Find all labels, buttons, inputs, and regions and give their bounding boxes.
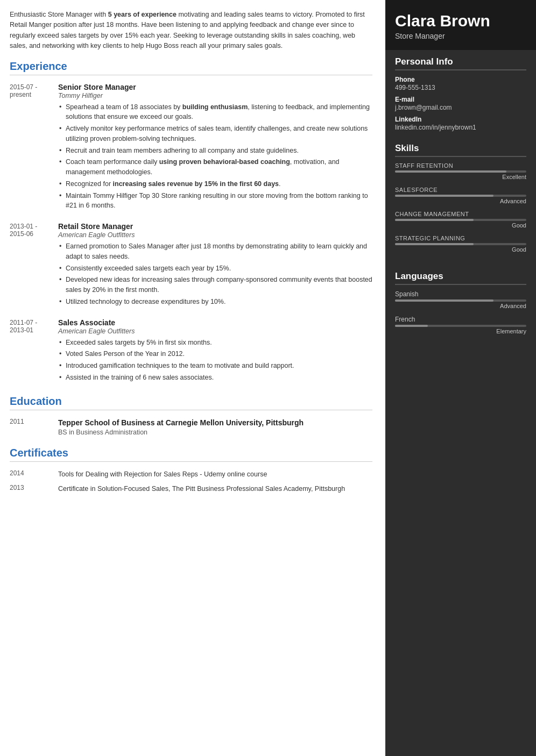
main-content: Enthusiastic Store Manager with 5 years … xyxy=(0,0,385,756)
skill-level: Excellent xyxy=(395,174,526,180)
lang-french: French Elementary xyxy=(395,316,526,334)
linkedin-label: LinkedIn xyxy=(395,116,526,123)
company-2: American Eagle Outfitters xyxy=(58,231,372,239)
certificates-section: Certificates 2014 Tools for Dealing with… xyxy=(10,447,372,493)
skill-level: Good xyxy=(395,222,526,229)
bullets-2: Earned promotion to Sales Manager after … xyxy=(58,241,372,307)
lang-level: Advanced xyxy=(395,303,526,309)
skills-title: Skills xyxy=(395,143,526,157)
entry-body-3: Sales Associate American Eagle Outfitter… xyxy=(58,318,372,384)
lang-bar-bg xyxy=(395,325,526,327)
bullet-item: Maintain Tommy Hilfiger Top 30 Store ran… xyxy=(58,191,372,211)
job-title-2: Retail Store Manager xyxy=(58,222,372,231)
skill-bar-bg xyxy=(395,219,526,221)
phone-label: Phone xyxy=(395,76,526,83)
skill-bar-bg xyxy=(395,195,526,197)
bullets-1: Spearhead a team of 18 associates by bui… xyxy=(58,102,372,211)
experience-entry-1: 2015-07 -present Senior Store Manager To… xyxy=(10,83,372,213)
cert-entry-2: 2013 Certificate in Solution-Focused Sal… xyxy=(10,484,372,494)
skill-bar-fill xyxy=(395,195,493,197)
bullet-item: Exceeded sales targets by 5% in first si… xyxy=(58,338,372,348)
bullet-item: Voted Sales Person of the Year in 2012. xyxy=(58,349,372,359)
skill-change-management: CHANGE MANAGEMENT Good xyxy=(395,211,526,229)
lang-bar-fill xyxy=(395,325,428,327)
edu-body-1: Tepper School of Business at Carnegie Me… xyxy=(58,418,304,437)
experience-entry-3: 2011-07 -2013-01 Sales Associate America… xyxy=(10,318,372,384)
skill-bar-fill xyxy=(395,170,506,173)
bullet-item: Actively monitor key performance metrics… xyxy=(58,124,372,144)
skill-salesforce: SALESFORCE Advanced xyxy=(395,187,526,204)
cert-date-1: 2014 xyxy=(10,469,58,479)
experience-section: Experience 2015-07 -present Senior Store… xyxy=(10,60,372,384)
email-value: j.brown@gmail.com xyxy=(395,104,526,111)
edu-school-1: Tepper School of Business at Carnegie Me… xyxy=(58,418,304,428)
bullet-item: Coach team performance daily using prove… xyxy=(58,157,372,177)
company-1: Tommy Hilfiger xyxy=(58,92,372,99)
summary-text: Enthusiastic Store Manager with 5 years … xyxy=(10,10,372,52)
bullet-item: Assisted in the training of 6 new sales … xyxy=(58,373,372,383)
bullets-3: Exceeded sales targets by 5% in first si… xyxy=(58,338,372,383)
skill-name: STAFF RETENTION xyxy=(395,162,526,169)
skill-bar-bg xyxy=(395,243,526,245)
skill-name: CHANGE MANAGEMENT xyxy=(395,211,526,217)
languages-section: Languages Spanish Advanced French Elemen… xyxy=(385,265,536,346)
experience-entry-2: 2013-01 -2015-06 Retail Store Manager Am… xyxy=(10,222,372,309)
edu-degree-1: BS in Business Administration xyxy=(58,429,304,436)
cert-entry-1: 2014 Tools for Dealing with Rejection fo… xyxy=(10,469,372,479)
bullet-item: Consistently exceeded sales targets each… xyxy=(58,263,372,274)
email-label: E-mail xyxy=(395,96,526,103)
bullet-item: Recognized for increasing sales revenue … xyxy=(58,179,372,189)
lang-spanish: Spanish Advanced xyxy=(395,290,526,309)
phone-value: 499-555-1313 xyxy=(395,84,526,91)
job-title-1: Senior Store Manager xyxy=(58,83,372,91)
lang-name: French xyxy=(395,316,526,323)
lang-bar-fill xyxy=(395,299,493,302)
bullet-item: Spearhead a team of 18 associates by bui… xyxy=(58,102,372,123)
lang-level: Elementary xyxy=(395,328,526,334)
education-title: Education xyxy=(10,395,372,410)
languages-title: Languages xyxy=(395,271,526,285)
lang-name: Spanish xyxy=(395,290,526,298)
skill-name: STRATEGIC PLANNING xyxy=(395,235,526,241)
skill-bar-fill xyxy=(395,219,474,221)
linkedin-value: linkedin.com/in/jennybrown1 xyxy=(395,124,526,131)
personal-info-section: Personal Info Phone 499-555-1313 E-mail … xyxy=(385,50,536,137)
skill-bar-fill xyxy=(395,243,474,245)
cert-body-1: Tools for Dealing with Rejection for Sal… xyxy=(58,469,267,479)
skill-level: Good xyxy=(395,246,526,253)
skills-section: Skills STAFF RETENTION Excellent SALESFO… xyxy=(385,137,536,265)
sidebar: Clara Brown Store Manager Personal Info … xyxy=(385,0,536,756)
skill-bar-bg xyxy=(395,170,526,173)
skill-level: Advanced xyxy=(395,198,526,204)
cert-body-2: Certificate in Solution-Focused Sales, T… xyxy=(58,484,345,494)
entry-date-1: 2015-07 -present xyxy=(10,83,58,213)
experience-title: Experience xyxy=(10,60,372,75)
entry-date-3: 2011-07 -2013-01 xyxy=(10,318,58,384)
cert-date-2: 2013 xyxy=(10,484,58,494)
bullet-item: Recruit and train team members adhering … xyxy=(58,146,372,156)
education-section: Education 2011 Tepper School of Business… xyxy=(10,395,372,437)
certificates-title: Certificates xyxy=(10,447,372,462)
bullet-item: Utilized technology to decrease expendit… xyxy=(58,297,372,307)
company-3: American Eagle Outfitters xyxy=(58,327,372,335)
sidebar-header: Clara Brown Store Manager xyxy=(385,0,536,50)
candidate-title: Store Manager xyxy=(395,32,526,40)
candidate-name: Clara Brown xyxy=(395,12,526,30)
skill-name: SALESFORCE xyxy=(395,187,526,193)
personal-info-title: Personal Info xyxy=(395,56,526,70)
edu-date-1: 2011 xyxy=(10,418,58,437)
skill-staff-retention: STAFF RETENTION Excellent xyxy=(395,162,526,180)
entry-body-1: Senior Store Manager Tommy Hilfiger Spea… xyxy=(58,83,372,213)
entry-body-2: Retail Store Manager American Eagle Outf… xyxy=(58,222,372,309)
job-title-3: Sales Associate xyxy=(58,318,372,327)
edu-entry-1: 2011 Tepper School of Business at Carneg… xyxy=(10,418,372,437)
lang-bar-bg xyxy=(395,299,526,302)
entry-date-2: 2013-01 -2015-06 xyxy=(10,222,58,309)
bullet-item: Developed new ideas for increasing sales… xyxy=(58,275,372,295)
bullet-item: Introduced gamification techniques to th… xyxy=(58,361,372,371)
bullet-item: Earned promotion to Sales Manager after … xyxy=(58,241,372,262)
skill-strategic-planning: STRATEGIC PLANNING Good xyxy=(395,235,526,253)
